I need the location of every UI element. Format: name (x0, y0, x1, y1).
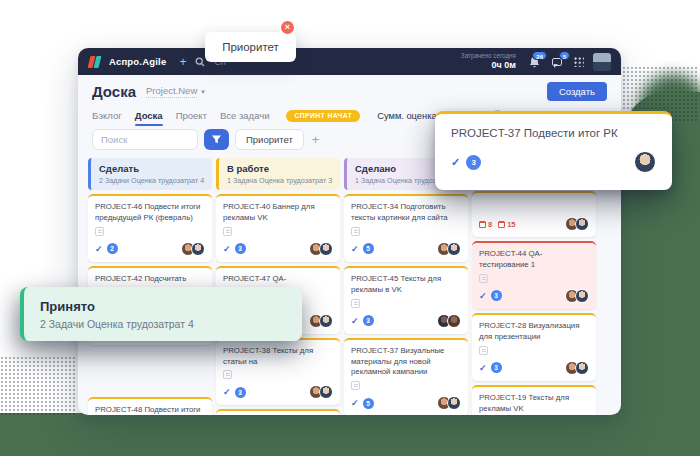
aspro-logo-icon (88, 56, 100, 68)
overdue-indicator: 8 (479, 220, 492, 229)
overdue-indicator: 15 (498, 220, 515, 229)
apps-grid-icon[interactable] (573, 56, 584, 67)
tab-Проект[interactable]: Проект (176, 110, 207, 121)
filter-button[interactable] (204, 129, 229, 150)
sprint-status-badge: СПРИНТ НАЧАТ (286, 110, 360, 122)
task-card[interactable]: PROJECT-34 Подготовить тексты картинки д… (344, 194, 468, 262)
task-title: PROJECT-38 Тексты для статьи на (223, 346, 333, 368)
subtasks-icon (95, 227, 104, 236)
assignees (565, 289, 589, 303)
column-header[interactable]: Сделать2 Задачи Оценка трудозатрат 4 (88, 158, 212, 190)
time-tracker-label: Затрачено сегодня (461, 52, 516, 60)
estimate-badge: 3 (491, 290, 502, 301)
app-name: Аспро.Agile (109, 56, 166, 67)
task-title: PROJECT-19 Тексты для рекламы VK (479, 393, 589, 415)
priority-filter-chip[interactable]: Приоритет (235, 129, 304, 150)
estimate-badge: 2 (107, 243, 118, 254)
column-title: Сделать (99, 163, 204, 174)
task-title: PROJECT-40 Баннер для рекламы VK (223, 202, 333, 224)
avatar (319, 314, 333, 328)
add-filter-icon[interactable]: + (312, 132, 320, 147)
app-window: Аспро.Agile + Сп Затрачено сегодня 0ч 0м… (78, 48, 621, 415)
close-icon[interactable]: × (279, 19, 296, 36)
create-button[interactable]: Создать (547, 82, 607, 101)
assignees (309, 242, 333, 256)
task-card[interactable]: 815 (472, 191, 596, 237)
tab-Бэклог[interactable]: Бэклог (92, 110, 122, 121)
card-footer: ✓3 (479, 361, 589, 375)
task-card[interactable]: PROJECT-19 Тексты для рекламы VK✓2 (472, 385, 596, 415)
estimate-badge: 3 (363, 315, 374, 326)
task-card[interactable]: PROJECT-37 Визуальные материалы для ново… (344, 338, 468, 415)
assignees (437, 396, 461, 410)
avatar (447, 314, 461, 328)
check-icon: ✓ (95, 244, 103, 254)
dragged-task-card[interactable]: PROJECT-37 Подвести итог РК ✓ 3 (435, 111, 672, 190)
task-card[interactable]: PROJECT-45 Тексты для рекламы в VK✓3 (344, 266, 468, 334)
speckle-texture (0, 356, 76, 416)
assignees (565, 361, 589, 375)
task-card[interactable]: PROJECT-38 Тексты для статьи на✓3 (216, 338, 340, 406)
task-card[interactable]: теории✓3 (216, 409, 340, 415)
project-selector[interactable]: Project.New ▾ (146, 85, 205, 98)
card-footer: ✓3 (223, 385, 333, 399)
estimate-badge: 3 (235, 387, 246, 398)
estimate-badge: 5 (363, 398, 374, 409)
subtasks-icon (351, 227, 360, 236)
column-header[interactable]: В работе1 Задача Оценка трудозатрат 3 (216, 158, 340, 190)
column-meta: 1 Задача Оценка трудозатрат 3 (227, 176, 332, 185)
avatar (319, 242, 333, 256)
task-card[interactable]: PROJECT-40 Баннер для рекламы VK✓3 (216, 194, 340, 262)
estimate-badge: 3 (491, 362, 502, 373)
avatar (575, 289, 589, 303)
task-card[interactable]: PROJECT-28 Визуализация для презентации✓… (472, 313, 596, 381)
check-icon: ✓ (479, 291, 487, 301)
avatar (447, 396, 461, 410)
notifications-badge: 26 (532, 51, 547, 61)
assignees (181, 242, 205, 256)
check-icon: ✓ (479, 363, 487, 373)
search-icon[interactable] (195, 57, 205, 67)
assignees (309, 385, 333, 399)
dragged-card-title: PROJECT-37 Подвести итог РК (451, 127, 656, 139)
subtasks-icon (351, 299, 360, 308)
card-footer: ✓2 (95, 242, 205, 256)
card-footer: ✓5 (351, 242, 461, 256)
subtasks-icon (479, 274, 488, 283)
task-card[interactable]: PROJECT-46 Подвести итоги предыдущей РК … (88, 194, 212, 262)
estimate-badge: 3 (466, 155, 481, 170)
subtasks-icon (351, 381, 360, 390)
notifications-button[interactable]: 26 (527, 55, 541, 69)
accepted-column-popup: Принято 2 Задачи Оценка трудозатрат 4 (20, 287, 302, 341)
check-icon: ✓ (351, 244, 359, 254)
priority-tooltip: Приоритет (205, 32, 296, 62)
column-title: В работе (227, 163, 332, 174)
messages-button[interactable]: 5 (550, 55, 564, 69)
tab-Доска[interactable]: Доска (135, 110, 163, 121)
green-backdrop-bottom (0, 413, 700, 456)
assignees (309, 314, 333, 328)
tab-Все задачи[interactable]: Все задачи (220, 110, 270, 121)
tabs: БэклогДоскаПроектВсе задачи (92, 110, 269, 121)
board-header: Доска Project.New ▾ Создать (78, 75, 621, 101)
check-icon: ✓ (223, 244, 231, 254)
task-card[interactable]: PROJECT-48 Подвести итоги РК✓2 (88, 397, 212, 415)
page-title: Доска (92, 83, 136, 100)
user-avatar[interactable] (593, 53, 611, 71)
card-footer: ✓5 (351, 396, 461, 410)
search-input[interactable] (92, 129, 198, 150)
task-card[interactable]: PROJECT-44 QA-тестирование 1✓3 (472, 241, 596, 309)
avatar (447, 242, 461, 256)
estimate-badge: 5 (363, 243, 374, 254)
deadline-icon (479, 221, 486, 228)
task-title: PROJECT-44 QA-тестирование 1 (479, 249, 589, 271)
top-navbar: Аспро.Agile + Сп Затрачено сегодня 0ч 0м… (78, 48, 621, 75)
task-title: PROJECT-28 Визуализация для презентации (479, 321, 589, 343)
accepted-title: Принято (40, 299, 286, 314)
quick-add-icon[interactable]: + (179, 55, 186, 69)
avatar (319, 385, 333, 399)
chevron-down-icon: ▾ (201, 88, 205, 96)
avatar (191, 242, 205, 256)
messages-badge: 5 (559, 51, 570, 61)
kanban-column: 815PROJECT-44 QA-тестирование 1✓3PROJECT… (472, 158, 596, 415)
